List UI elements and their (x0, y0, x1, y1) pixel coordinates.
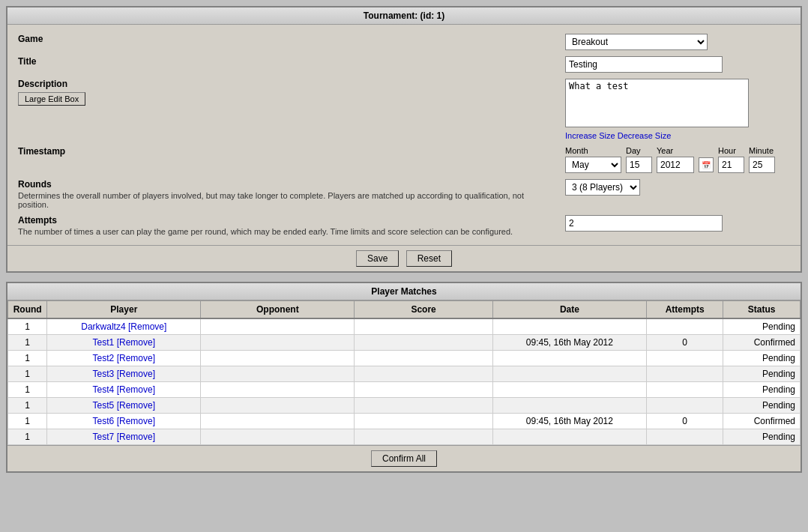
player-link[interactable]: Test3 (93, 369, 115, 379)
col-attempts: Attempts (646, 301, 723, 319)
save-button[interactable]: Save (356, 250, 399, 267)
year-label: Year (657, 146, 673, 155)
col-status: Status (723, 301, 801, 319)
month-select[interactable]: JanuaryFebruaryMarchApril MayJuneJulyAug… (565, 157, 621, 173)
table-row: 1Test2 [Remove]Pending (8, 351, 801, 366)
increase-size-link[interactable]: Increase Size (565, 131, 615, 140)
player-link[interactable]: Test7 (93, 432, 115, 442)
decrease-size-link[interactable]: Decrease Size (618, 131, 672, 140)
table-row: 1Test3 [Remove]Pending (8, 366, 801, 382)
remove-link[interactable]: [Remove] (128, 321, 166, 332)
attempts-label: Attempts (18, 215, 556, 226)
game-row: Game Breakout Tetris Pong (13, 31, 795, 53)
calendar-button[interactable]: 📅 (699, 157, 714, 172)
remove-link[interactable]: [Remove] (117, 369, 155, 379)
timestamp-row: Timestamp Month JanuaryFebruaryMarchApri… (13, 143, 795, 176)
matches-panel-header: Player Matches (7, 283, 801, 300)
tournament-form: Game Breakout Tetris Pong Title (13, 31, 795, 239)
timestamp-label: Timestamp (18, 146, 65, 157)
remove-link[interactable]: [Remove] (117, 337, 155, 348)
month-group: Month JanuaryFebruaryMarchApril MayJuneJ… (565, 146, 621, 173)
timestamp-controls: Month JanuaryFebruaryMarchApril MayJuneJ… (565, 146, 790, 173)
attempts-desc: The number of times a user can play the … (18, 227, 556, 236)
player-link[interactable]: Darkwaltz4 (81, 321, 125, 332)
player-link[interactable]: Test1 (93, 337, 115, 348)
reset-button[interactable]: Reset (406, 250, 452, 267)
matches-table: Round Player Opponent Score Date Attempt… (7, 300, 801, 445)
attempts-input[interactable] (565, 215, 723, 232)
large-edit-button[interactable]: Large Edit Box (18, 92, 85, 106)
textarea-links: Increase Size Decrease Size (565, 131, 790, 140)
form-footer: Save Reset (7, 245, 801, 271)
table-row: 1Test6 [Remove]09:45, 16th May 20120Conf… (8, 414, 801, 429)
game-label: Game (18, 34, 43, 44)
tournament-panel-header: Tournament: (id: 1) (7, 7, 801, 25)
remove-link[interactable]: [Remove] (117, 353, 155, 363)
col-player: Player (47, 301, 201, 319)
rounds-label: Rounds (18, 179, 556, 190)
title-row: Title (13, 53, 795, 76)
table-row: 1Test4 [Remove]Pending (8, 382, 801, 398)
matches-header-row: Round Player Opponent Score Date Attempt… (8, 301, 801, 319)
title-input[interactable] (565, 56, 723, 73)
day-group: Day (626, 146, 652, 173)
remove-link[interactable]: [Remove] (117, 432, 155, 442)
day-input[interactable] (626, 157, 652, 173)
hour-label: Hour (718, 146, 736, 155)
rounds-row: Rounds Determines the overall number of … (13, 176, 795, 212)
matches-title: Player Matches (371, 286, 436, 297)
col-opponent: Opponent (201, 301, 355, 319)
minute-label: Minute (749, 146, 774, 155)
confirm-all-button[interactable]: Confirm All (371, 450, 437, 467)
description-row: Description Large Edit Box What a test I… (13, 76, 795, 143)
rounds-select[interactable]: 1 (2 Players) 2 (4 Players) 3 (8 Players… (565, 179, 640, 196)
month-label: Month (565, 146, 588, 155)
col-round: Round (8, 301, 47, 319)
table-row: 1Test7 [Remove]Pending (8, 429, 801, 445)
table-row: 1Test1 [Remove]09:45, 16th May 20120Conf… (8, 335, 801, 351)
minute-group: Minute (749, 146, 775, 173)
tournament-title: Tournament: (id: 1) (364, 10, 444, 21)
title-label: Title (18, 56, 36, 67)
rounds-desc: Determines the overall number of players… (18, 191, 556, 209)
matches-footer: Confirm All (7, 445, 801, 471)
tournament-panel: Tournament: (id: 1) Game Breakout Tetris… (6, 6, 802, 273)
player-link[interactable]: Test5 (93, 400, 115, 411)
description-textarea[interactable]: What a test (565, 79, 749, 127)
remove-link[interactable]: [Remove] (117, 384, 155, 395)
year-input[interactable] (657, 157, 694, 173)
game-select[interactable]: Breakout Tetris Pong (565, 34, 708, 50)
year-group: Year (657, 146, 694, 173)
day-label: Day (626, 146, 641, 155)
player-link[interactable]: Test2 (93, 353, 115, 363)
player-link[interactable]: Test4 (93, 384, 115, 395)
matches-panel: Player Matches Round Player Opponent Sco… (6, 282, 802, 473)
hour-group: Hour (718, 146, 744, 173)
remove-link[interactable]: [Remove] (117, 416, 155, 426)
table-row: 1Test5 [Remove]Pending (8, 398, 801, 414)
col-score: Score (355, 301, 493, 319)
hour-input[interactable] (718, 157, 744, 173)
attempts-row: Attempts The number of times a user can … (13, 212, 795, 239)
table-row: 1Darkwaltz4 [Remove]Pending (8, 318, 801, 335)
player-link[interactable]: Test6 (93, 416, 115, 426)
minute-input[interactable] (749, 157, 775, 173)
description-label: Description (18, 79, 556, 89)
remove-link[interactable]: [Remove] (117, 400, 155, 411)
col-date: Date (492, 301, 646, 319)
matches-tbody: 1Darkwaltz4 [Remove]Pending1Test1 [Remov… (8, 318, 801, 445)
